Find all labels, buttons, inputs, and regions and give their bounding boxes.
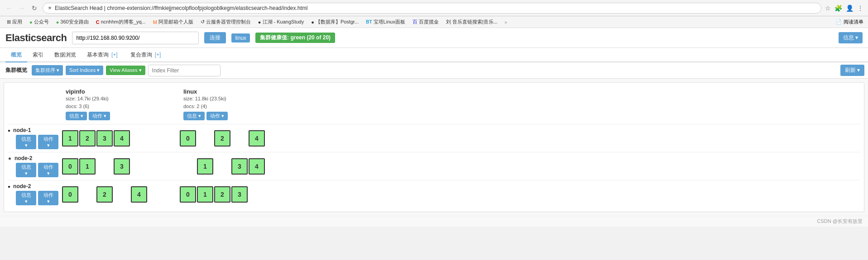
linux-info-btn[interactable]: 信息 ▾ <box>183 112 205 120</box>
node-2b-label: ● node-2 <box>8 183 58 189</box>
browser-actions: ☆ 🧩 👤 ⋮ <box>825 5 863 12</box>
node-1-info-btn[interactable]: 信息 ▾ <box>16 135 36 149</box>
info-button[interactable]: 信息 ▾ <box>839 32 863 43</box>
vipinfo-size: size: 14.7ki (29.4ki) <box>66 95 167 103</box>
bookmark-csdn[interactable]: C ncnhhm的博客_yq... <box>94 18 148 26</box>
node-2a-info-btn[interactable]: 信息 ▾ <box>16 163 36 177</box>
shard-empty-slot <box>96 158 113 175</box>
shard-box[interactable]: 3 <box>114 158 130 175</box>
shard-box[interactable]: 1 <box>79 158 96 175</box>
music-icon: 刘 <box>446 19 451 25</box>
shard-box[interactable]: 4 <box>249 158 265 175</box>
bookmark-music[interactable]: 刘 音乐直链搜索|音乐... <box>444 18 500 26</box>
bookmark-db[interactable]: ● 【数据库】Postgr... <box>309 18 361 26</box>
url-input[interactable] <box>72 32 199 44</box>
baota-icon: BT <box>366 19 372 24</box>
tab-basic-query[interactable]: 基本查询 [+] <box>82 47 125 63</box>
node-2a-info: ★ node-2 信息 ▾ 动作 ▾ <box>8 155 62 177</box>
footer: CSDN @长安有故里 <box>0 216 868 227</box>
node-1-action-btn[interactable]: 动作 ▾ <box>38 135 58 149</box>
bookmark-cloud[interactable]: ↺ 云服务器管理控制台 <box>198 18 253 26</box>
sort-indices-button[interactable]: Sort Indices ▾ <box>66 66 103 75</box>
bookmark-kuang[interactable]: ● 江湖 - KuangStudy <box>256 18 306 26</box>
shard-box[interactable]: 3 <box>96 130 113 147</box>
forward-button[interactable]: → <box>17 4 26 13</box>
circle-icon-1: ● <box>29 19 33 25</box>
shard-box[interactable]: 0 <box>180 186 196 203</box>
bookmark-360[interactable]: ● 360安全路由 <box>54 18 91 26</box>
node-2b-action-btn[interactable]: 动作 ▾ <box>38 191 58 205</box>
node-row-3: ● node-2 信息 ▾ 动作 ▾ 0 2 4 0 1 <box>8 180 860 208</box>
tab-complex-query[interactable]: 复合查询 [+] <box>125 47 168 63</box>
complex-query-add[interactable]: [+] <box>153 50 163 60</box>
bookmark-apps[interactable]: ⊞ 应用 <box>5 18 24 26</box>
circle-icon-2: ● <box>56 19 59 25</box>
vipinfo-action-btn[interactable]: 动作 ▾ <box>89 112 110 120</box>
bookmark-gongzhonghao[interactable]: ● 公众号 <box>27 18 51 26</box>
linux-size: size: 11.8ki (23.5ki) <box>183 95 285 103</box>
bookmark-ali-mail[interactable]: M 阿里邮箱个人版 <box>151 18 196 26</box>
node-2a-action-btn[interactable]: 动作 ▾ <box>38 163 58 177</box>
vipinfo-header: vipinfo size: 14.7ki (29.4ki) docs: 3 (6… <box>62 86 171 122</box>
reading-list-icon: 📄 <box>835 19 842 25</box>
node-1-circle-icon: ● <box>8 128 10 133</box>
shard-box[interactable]: 4 <box>249 130 265 147</box>
nav-tabs: 概览 索引 数据浏览 基本查询 [+] 复合查询 [+] <box>0 48 868 62</box>
refresh-button[interactable]: 刷新 ▾ <box>840 65 864 76</box>
node-2b-info: ● node-2 信息 ▾ 动作 ▾ <box>8 183 62 205</box>
bookmarks-bar: ⊞ 应用 ● 公众号 ● 360安全路由 C ncnhhm的博客_yq... M… <box>0 16 868 28</box>
main-content: vipinfo size: 14.7ki (29.4ki) docs: 3 (6… <box>0 79 868 216</box>
node-2a-btns: 信息 ▾ 动作 ▾ <box>8 163 58 177</box>
shard-empty-slot <box>214 158 230 175</box>
shard-box[interactable]: 2 <box>79 130 96 147</box>
reading-list-btn[interactable]: 📄 阅读清单 <box>835 19 863 25</box>
shard-box[interactable]: 2 <box>214 186 230 203</box>
shard-box[interactable]: 0 <box>62 158 78 175</box>
linux-docs: docs: 2 (4) <box>183 103 285 110</box>
vipinfo-info-btn[interactable]: 信息 ▾ <box>66 112 87 120</box>
node-2b-linux-shards: 0 1 2 3 <box>180 186 288 203</box>
shard-box[interactable]: 4 <box>131 186 147 203</box>
view-aliases-button[interactable]: View Aliases ▾ <box>106 66 145 75</box>
profile-btn[interactable]: 👤 <box>846 5 854 12</box>
menu-btn[interactable]: ⋮ <box>857 5 863 12</box>
linux-name: linux <box>183 88 285 95</box>
cluster-sort-button[interactable]: 集群排序 ▾ <box>32 65 63 76</box>
shard-box[interactable]: 0 <box>62 186 78 203</box>
linux-header: linux size: 11.8ki (23.5ki) docs: 2 (4) … <box>180 86 288 122</box>
refresh-button[interactable]: ↻ <box>30 4 39 13</box>
cluster-grid: vipinfo size: 14.7ki (29.4ki) docs: 3 (6… <box>4 82 864 212</box>
node-2b-info-btn[interactable]: 信息 ▾ <box>16 191 36 205</box>
bookmark-star[interactable]: ☆ <box>825 5 831 12</box>
basic-query-add[interactable]: [+] <box>110 50 120 60</box>
node-2a-star-icon: ★ <box>8 156 12 161</box>
shard-box[interactable]: 3 <box>231 158 248 175</box>
tab-indices[interactable]: 索引 <box>27 48 49 62</box>
tab-overview[interactable]: 概览 <box>5 48 27 62</box>
tab-data-browser[interactable]: 数据浏览 <box>49 48 82 62</box>
bookmark-baota[interactable]: BT 宝塔Linux面板 <box>364 18 408 26</box>
back-button[interactable]: ← <box>5 4 14 13</box>
shard-box[interactable]: 4 <box>114 130 130 147</box>
linux-action-btn[interactable]: 动作 ▾ <box>206 112 228 120</box>
shard-box[interactable]: 3 <box>231 186 248 203</box>
shard-empty-slot <box>249 186 265 203</box>
extension-icon: ★ <box>48 5 52 11</box>
index-filter-input[interactable] <box>148 65 221 76</box>
more-bookmarks[interactable]: » <box>504 19 507 25</box>
connect-button[interactable]: 连接 <box>204 32 226 43</box>
app-logo: Elasticsearch <box>5 32 67 44</box>
shard-box[interactable]: 1 <box>62 130 78 147</box>
bookmark-baidu[interactable]: 百 百度揽金 <box>410 18 441 26</box>
node-1-label: ● node-1 <box>8 127 58 133</box>
shard-box[interactable]: 1 <box>197 186 213 203</box>
shard-box[interactable]: 1 <box>197 158 213 175</box>
shard-box[interactable]: 0 <box>180 130 196 147</box>
shard-box[interactable]: 2 <box>96 186 113 203</box>
circle-icon-3: ● <box>258 19 261 25</box>
shard-empty-slot <box>114 186 130 203</box>
mail-icon: M <box>153 19 157 25</box>
node-2a-label: ★ node-2 <box>8 155 58 161</box>
shard-box[interactable]: 2 <box>214 130 230 147</box>
extensions-btn[interactable]: 🧩 <box>834 5 842 12</box>
